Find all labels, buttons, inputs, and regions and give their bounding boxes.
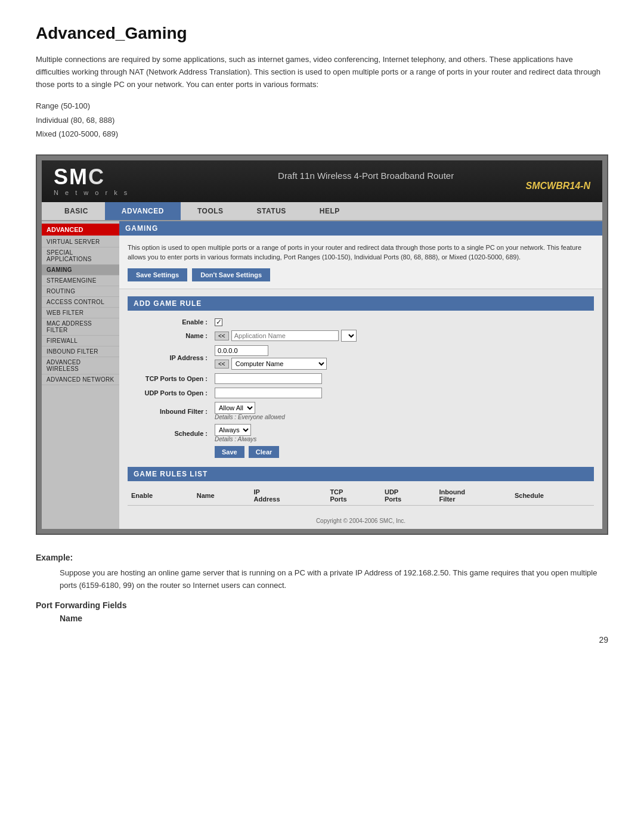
name-arrow-button[interactable]: << <box>215 332 229 340</box>
save-settings-button[interactable]: Save Settings <box>128 268 187 281</box>
dont-save-settings-button[interactable]: Don't Save Settings <box>192 268 270 281</box>
sidebar-item-advanced-wireless[interactable]: ADVANCED WIRELESS <box>42 357 119 374</box>
sidebar: ADVANCED VIRTUAL SERVER SPECIAL APPLICAT… <box>42 221 119 529</box>
col-inbound: InboundFilter <box>436 486 511 506</box>
main-panel: GAMING This option is used to open multi… <box>119 221 602 529</box>
format-individual: Individual (80, 68, 888) <box>36 113 608 127</box>
smc-logo: SMC N e t w o r k s <box>54 166 129 196</box>
schedule-row: Schedule : Always Details : Always <box>128 422 594 444</box>
gaming-section-header: GAMING <box>119 221 602 236</box>
schedule-select[interactable]: Always <box>215 424 251 436</box>
computer-name-select[interactable]: Computer Name <box>231 358 327 370</box>
save-rule-button[interactable]: Save <box>215 446 244 458</box>
sidebar-item-advanced-network[interactable]: ADVANCED NETWORK <box>42 374 119 385</box>
application-name-select[interactable] <box>341 330 357 342</box>
schedule-cell: Always Details : Always <box>211 422 594 444</box>
sidebar-item-special-applications[interactable]: SPECIAL APPLICATIONS <box>42 247 119 265</box>
enable-label: Enable : <box>128 317 211 329</box>
copyright: Copyright © 2004-2006 SMC, Inc. <box>119 513 602 529</box>
action-buttons-row: Save Clear <box>128 444 594 460</box>
inbound-filter-label: Inbound Filter : <box>128 400 211 422</box>
clear-rule-button[interactable]: Clear <box>249 446 280 458</box>
computer-name-arrow-button[interactable]: << <box>215 360 229 368</box>
smc-logo-text: SMC <box>54 166 105 188</box>
enable-cell <box>211 317 594 329</box>
router-model-title: Draft 11n Wireless 4-Port Broadband Rout… <box>141 171 590 181</box>
name-row: Name : << <box>128 328 594 343</box>
col-udp: UDPPorts <box>381 486 436 506</box>
router-body: ADVANCED VIRTUAL SERVER SPECIAL APPLICAT… <box>42 221 602 529</box>
ip-address-cell: << Computer Name <box>211 343 594 371</box>
gaming-section-content: This option is used to open multiple por… <box>119 236 602 289</box>
port-forwarding-fields-heading: Port Forwarding Fields <box>36 600 608 610</box>
tcp-ports-input[interactable] <box>215 373 322 384</box>
application-name-input[interactable] <box>231 330 339 341</box>
action-label <box>128 444 211 460</box>
col-enable: Enable <box>128 486 193 506</box>
gaming-description: This option is used to open multiple por… <box>128 243 594 262</box>
ip-address-row: IP Address : << Computer Name <box>128 343 594 371</box>
tab-advanced[interactable]: ADVANCED <box>105 202 181 220</box>
enable-row: Enable : <box>128 317 594 329</box>
tcp-ports-row: TCP Ports to Open : <box>128 371 594 386</box>
name-sub-heading: Name <box>60 614 608 623</box>
name-input-group: << <box>215 330 590 342</box>
schedule-label: Schedule : <box>128 422 211 444</box>
col-ip: IPAddress <box>250 486 327 506</box>
example-section: Example: Suppose you are hosting an onli… <box>36 553 608 623</box>
sidebar-item-access-control[interactable]: ACCESS CONTROL <box>42 297 119 308</box>
ip-input-group <box>215 345 590 356</box>
intro-paragraph: Multiple connections are required by som… <box>36 54 608 91</box>
example-text: Suppose you are hosting an online game s… <box>60 567 608 592</box>
sidebar-item-routing[interactable]: ROUTING <box>42 286 119 297</box>
add-game-rule-section: ADD GAME RULE Enable : Name : << <box>119 289 602 467</box>
rules-table: Enable Name IPAddress TCPPorts UDPPorts … <box>128 486 594 506</box>
sidebar-item-gaming[interactable]: GAMING <box>42 265 119 275</box>
sidebar-item-inbound-filter[interactable]: INBOUND FILTER <box>42 346 119 357</box>
example-title: Example: <box>36 553 608 562</box>
gaming-button-row: Save Settings Don't Save Settings <box>128 268 594 281</box>
action-buttons-cell: Save Clear <box>211 444 594 460</box>
col-tcp: TCPPorts <box>326 486 381 506</box>
add-game-rule-form: Enable : Name : << <box>128 317 594 460</box>
col-name: Name <box>193 486 250 506</box>
udp-ports-cell <box>211 386 594 400</box>
inbound-filter-cell: Allow All Details : Everyone allowed <box>211 400 594 422</box>
enable-checkbox[interactable] <box>215 318 222 326</box>
format-mixed: Mixed (1020-5000, 689) <box>36 127 608 141</box>
inbound-filter-detail: Details : Everyone allowed <box>215 414 590 420</box>
tab-basic[interactable]: BASIC <box>48 202 105 220</box>
sidebar-item-mac-filter[interactable]: MAC ADDRESS FILTER <box>42 318 119 336</box>
smc-networks: N e t w o r k s <box>54 189 129 196</box>
schedule-detail: Details : Always <box>215 436 590 442</box>
ip-address-label: IP Address : <box>128 343 211 371</box>
udp-ports-input[interactable] <box>215 388 322 398</box>
tab-tools[interactable]: TOOLS <box>181 202 240 220</box>
name-label: Name : <box>128 328 211 343</box>
rules-table-header-row: Enable Name IPAddress TCPPorts UDPPorts … <box>128 486 594 506</box>
nav-tabs: BASIC ADVANCED TOOLS STATUS HELP <box>42 202 602 221</box>
tab-help[interactable]: HELP <box>303 202 357 220</box>
inbound-filter-select[interactable]: Allow All <box>215 402 255 414</box>
game-rules-list-section: GAME RULES LIST Enable Name IPAddress TC… <box>119 467 602 513</box>
sidebar-item-web-filter[interactable]: WEB FILTER <box>42 308 119 318</box>
add-game-rule-header: ADD GAME RULE <box>128 296 594 311</box>
sidebar-item-virtual-server[interactable]: VIRTUAL SERVER <box>42 237 119 247</box>
sidebar-item-firewall[interactable]: FIREWALL <box>42 336 119 346</box>
col-schedule: Schedule <box>511 486 594 506</box>
page-number: 29 <box>36 635 608 645</box>
udp-ports-label: UDP Ports to Open : <box>128 386 211 400</box>
router-header: SMC N e t w o r k s Draft 11n Wireless 4… <box>42 160 602 202</box>
computer-name-group: << Computer Name <box>215 358 590 370</box>
name-cell: << <box>211 328 594 343</box>
sidebar-item-streamengine[interactable]: STREAMENGINE <box>42 275 119 286</box>
tcp-ports-label: TCP Ports to Open : <box>128 371 211 386</box>
router-model-num: SMCWBR14-N <box>141 181 590 191</box>
udp-ports-row: UDP Ports to Open : <box>128 386 594 400</box>
inbound-filter-row: Inbound Filter : Allow All Details : Eve… <box>128 400 594 422</box>
tab-status[interactable]: STATUS <box>240 202 303 220</box>
formats-list: Range (50-100) Individual (80, 68, 888) … <box>36 99 608 141</box>
ip-address-input[interactable] <box>215 345 268 356</box>
format-range: Range (50-100) <box>36 99 608 113</box>
game-rules-list-header: GAME RULES LIST <box>128 467 594 481</box>
